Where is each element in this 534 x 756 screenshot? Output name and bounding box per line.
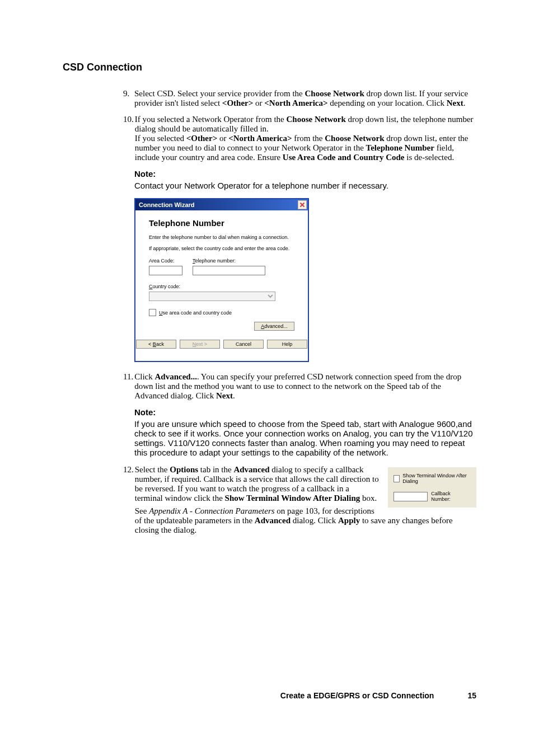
text: Click	[134, 372, 154, 381]
wizard-titlebar: Connection Wizard	[135, 199, 308, 210]
bold-text: Choose Network	[325, 134, 384, 143]
section-heading: CSD Connection	[63, 62, 476, 73]
note-text: Contact your Network Operator for a tele…	[134, 181, 476, 190]
step-12: 12. Show Terminal Window After Dialing C…	[63, 465, 476, 535]
options-snippet: Show Terminal Window After Dialing Callb…	[388, 467, 476, 508]
use-area-code-checkbox[interactable]	[149, 309, 156, 316]
page-number: 15	[467, 691, 476, 700]
text: is de-selected.	[404, 153, 454, 162]
text: Select CSD. Select your service provider…	[134, 89, 305, 98]
bold-text: Advanced	[233, 465, 269, 474]
text: dialog. Click	[291, 516, 338, 525]
text: If you selected	[135, 134, 186, 143]
text: tab in the	[198, 465, 233, 474]
country-code-select[interactable]	[149, 292, 275, 301]
text: depending on your location. Click	[328, 98, 447, 107]
italic-text: Appendix A - Connection Parameters	[149, 506, 274, 515]
bold-text: Options	[170, 465, 198, 474]
bold-text: Show Terminal Window After Dialing	[225, 494, 360, 503]
connection-wizard-window: Connection Wizard Telephone Number Enter…	[134, 198, 309, 362]
text: or	[217, 134, 228, 143]
step-10: 10. If you selected a Network Operator f…	[63, 115, 476, 162]
bold-text: <North America>	[264, 98, 327, 107]
note-text: If you are unsure which speed to choose …	[134, 419, 476, 457]
step-9: 9. Select CSD. Select your service provi…	[63, 89, 476, 108]
advanced-button[interactable]: Advanced...	[254, 322, 294, 331]
use-area-code-label: Use area code and country code	[159, 310, 232, 316]
text: or	[253, 98, 264, 107]
bold-text: <Other>	[222, 98, 253, 107]
wizard-title: Connection Wizard	[139, 201, 195, 208]
bold-text: <North America>	[228, 134, 292, 143]
callback-number-input[interactable]	[394, 492, 428, 501]
step-body: If you selected a Network Operator from …	[135, 115, 476, 162]
area-code-label: Area Code:	[149, 258, 182, 264]
bold-text: Choose Network	[286, 115, 345, 124]
bold-text: Use Area Code and Country Code	[283, 153, 405, 162]
text: .	[463, 98, 466, 107]
step-number: 9.	[63, 89, 134, 108]
help-button[interactable]: Help	[267, 340, 307, 349]
text: Select the	[135, 465, 170, 474]
show-terminal-label: Show Terminal Window After Dialing	[402, 473, 471, 484]
step-number: 10.	[63, 115, 135, 162]
text: from the	[292, 134, 325, 143]
bold-text: Telephone Number	[366, 143, 434, 152]
bold-text: Advanced...	[154, 372, 196, 381]
text: box.	[360, 494, 377, 503]
bold-text: <Other>	[186, 134, 217, 143]
step-body: Select CSD. Select your service provider…	[134, 89, 476, 108]
note-heading: Note:	[134, 407, 476, 417]
callback-number-label: Callback Number:	[431, 491, 471, 502]
show-terminal-checkbox[interactable]	[394, 475, 400, 482]
bold-text: Next	[447, 98, 463, 107]
step-body: Click Advanced.... You can specify your …	[134, 372, 476, 401]
wizard-line1: Enter the telephone number to dial when …	[149, 234, 294, 240]
area-code-input[interactable]	[149, 266, 182, 275]
close-icon[interactable]	[298, 200, 307, 209]
bold-text: Choose Network	[305, 89, 364, 98]
step-number: 12.	[63, 465, 135, 535]
step-number: 11.	[63, 372, 134, 401]
wizard-line2: If appropriate, select the country code …	[149, 246, 294, 251]
wizard-heading: Telephone Number	[149, 218, 294, 228]
page-footer: Create a EDGE/GPRS or CSD Connection 15	[0, 691, 534, 700]
telephone-number-label: Telephone number:	[193, 258, 265, 264]
step-11: 11. Click Advanced.... You can specify y…	[63, 372, 476, 401]
bold-text: Apply	[338, 516, 360, 525]
text: See	[135, 506, 149, 515]
bold-text: Advanced	[255, 516, 291, 525]
text: If you selected a Network Operator from …	[135, 115, 287, 124]
footer-title: Create a EDGE/GPRS or CSD Connection	[280, 691, 434, 700]
cancel-button[interactable]: Cancel	[223, 340, 264, 349]
text: .	[233, 391, 235, 400]
next-button[interactable]: Next >	[180, 340, 220, 349]
note-heading: Note:	[134, 169, 476, 179]
telephone-number-input[interactable]	[193, 266, 265, 275]
bold-text: Next	[216, 391, 233, 400]
country-code-label: Country code:	[149, 284, 180, 289]
back-button[interactable]: < Back	[136, 340, 176, 349]
step-body: Show Terminal Window After Dialing Callb…	[135, 465, 476, 535]
